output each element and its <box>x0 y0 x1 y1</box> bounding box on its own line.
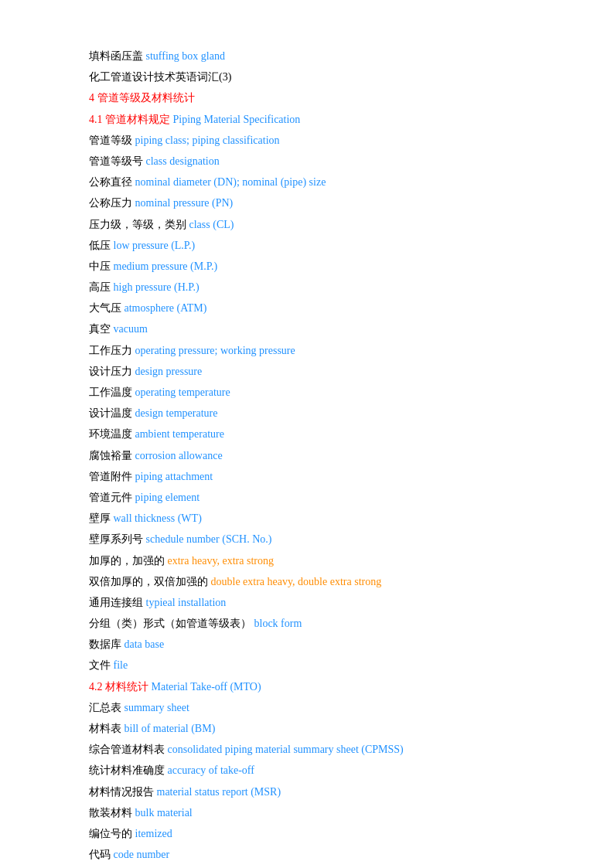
en-text: corrosion allowance <box>135 450 223 461</box>
en-text: Piping Material Specification <box>173 114 301 125</box>
zh-text: 壁厚系列号 <box>89 533 143 545</box>
zh-text: 加厚的，加强的 <box>89 555 165 567</box>
en-text: high pressure (H.P.) <box>114 281 200 293</box>
line-item: 设计压力 design pressure <box>89 362 583 381</box>
en-text: Material Take-off (MTO) <box>152 681 261 693</box>
en-text: ambient temperature <box>135 428 224 440</box>
zh-text: 工作温度 <box>89 386 132 398</box>
en-text: nominal pressure (PN) <box>135 197 234 209</box>
line-item: 化工管道设计技术英语词汇(3) <box>89 67 583 87</box>
line-item: 4 管道等级及材料统计 <box>89 88 583 107</box>
zh-text: 环境温度 <box>89 428 132 440</box>
en-text: block form <box>254 618 302 629</box>
zh-text: 填料函压盖 <box>89 50 143 62</box>
line-item: 数据库 data base <box>89 635 583 654</box>
line-item: 高压 high pressure (H.P.) <box>89 277 583 297</box>
en-text: bulk material <box>135 807 193 819</box>
line-item: 工作压力 operating pressure; working pressur… <box>89 341 583 360</box>
line-item: 压力级，等级，类别 class (CL) <box>89 215 583 234</box>
zh-text: 材料表 <box>89 723 121 734</box>
line-item: 管道等级号 class designation <box>89 151 583 171</box>
line-item: 壁厚系列号 schedule number (SCH. No.) <box>89 529 583 549</box>
en-text: code number <box>114 849 170 860</box>
en-text: piping element <box>135 492 200 503</box>
zh-text: 材料情况报告 <box>89 786 154 798</box>
zh-text: 设计压力 <box>89 366 132 377</box>
line-item: 工作温度 operating temperature <box>89 383 583 402</box>
en-text: itemized <box>135 828 172 839</box>
line-item: 4.1 管道材料规定 Piping Material Specification <box>89 110 583 129</box>
sub-header: 4.1 管道材料规定 <box>89 114 170 125</box>
zh-text: 大气压 <box>89 302 121 314</box>
en-text: typieal installation <box>146 597 227 608</box>
zh-text: 真空 <box>89 323 111 335</box>
line-item: 散装材料 bulk material <box>89 803 583 822</box>
en-text: operating pressure; working pressure <box>135 345 295 356</box>
zh-text: 管道等级号 <box>89 155 143 167</box>
en-text: consolidated piping material summary she… <box>168 744 404 755</box>
zh-text: 统计材料准确度 <box>89 764 165 776</box>
zh-text: 文件 <box>89 659 111 671</box>
zh-text: 汇总表 <box>89 702 121 713</box>
zh-text: 编位号的 <box>89 828 132 839</box>
line-item: 设计温度 design temperature <box>89 403 583 423</box>
en-text: vacuum <box>114 323 148 335</box>
line-item: 大气压 atmosphere (ATM) <box>89 298 583 318</box>
zh-text: 腐蚀裕量 <box>89 450 132 461</box>
line-item: 公称压力 nominal pressure (PN) <box>89 193 583 213</box>
line-item: 中压 medium pressure (M.P.) <box>89 257 583 276</box>
line-item: 真空 vacuum <box>89 319 583 339</box>
line-item: 管道元件 piping element <box>89 488 583 507</box>
zh-text: 高压 <box>89 281 111 293</box>
line-item: 材料表 bill of material (BM) <box>89 719 583 738</box>
en-text: piping class; piping classification <box>135 134 280 146</box>
en-text: wall thickness (WT) <box>114 512 202 524</box>
line-item: 双倍加厚的，双倍加强的 double extra heavy, double e… <box>89 572 583 591</box>
line-item: 腐蚀裕量 corrosion allowance <box>89 446 583 465</box>
en-text: double extra heavy, double extra strong <box>211 576 382 587</box>
zh-text: 压力级，等级，类别 <box>89 219 186 230</box>
zh-text: 管道等级 <box>89 134 132 146</box>
zh-text: 数据库 <box>89 638 121 650</box>
line-item: 公称直径 nominal diameter (DN); nominal (pip… <box>89 172 583 192</box>
en-text: data base <box>125 638 165 650</box>
en-text: design temperature <box>135 407 218 419</box>
en-text: summary sheet <box>125 702 189 713</box>
zh-text: 通用连接组 <box>89 597 143 608</box>
en-text: nominal diameter (DN); nominal (pipe) si… <box>135 176 326 188</box>
en-text: operating temperature <box>135 386 230 398</box>
zh-text: 代码 <box>89 849 111 860</box>
line-item: 汇总表 summary sheet <box>89 698 583 717</box>
en-text: class (CL) <box>189 219 234 230</box>
en-text: stuffing box gland <box>146 50 225 62</box>
zh-text: 公称压力 <box>89 197 132 209</box>
line-item: 统计材料准确度 accuracy of take-off <box>89 761 583 780</box>
zh-text: 管道元件 <box>89 492 132 503</box>
line-item: 加厚的，加强的 extra heavy, extra strong <box>89 551 583 570</box>
en-text: schedule number (SCH. No.) <box>146 533 272 545</box>
en-text: atmosphere (ATM) <box>125 302 207 314</box>
en-text: material status report (MSR) <box>157 786 281 798</box>
en-text: design pressure <box>135 366 203 377</box>
zh-text: 综合管道材料表 <box>89 744 165 755</box>
line-item: 综合管道材料表 consolidated piping material sum… <box>89 740 583 759</box>
line-item: 环境温度 ambient temperature <box>89 424 583 444</box>
zh-text: 低压 <box>89 240 111 251</box>
zh-text: 化工管道设计技术英语词汇(3) <box>89 71 231 83</box>
en-text: file <box>114 659 128 671</box>
zh-text: 管道附件 <box>89 471 132 482</box>
en-text: medium pressure (M.P.) <box>114 260 218 272</box>
line-item: 材料情况报告 material status report (MSR) <box>89 782 583 802</box>
en-text: extra heavy, extra strong <box>168 555 274 567</box>
section-header: 4 管道等级及材料统计 <box>89 92 195 104</box>
line-item: 填料函压盖 stuffing box gland <box>89 46 583 66</box>
en-text: accuracy of take-off <box>168 764 254 776</box>
zh-text: 分组（类）形式（如管道等级表） <box>89 618 251 629</box>
line-item: 4.2 材料统计 Material Take-off (MTO) <box>89 677 583 696</box>
zh-text: 公称直径 <box>89 176 132 188</box>
en-text: bill of material (BM) <box>125 723 216 734</box>
line-item: 管道等级 piping class; piping classification <box>89 131 583 150</box>
en-text: low pressure (L.P.) <box>114 240 196 251</box>
line-item: 通用连接组 typieal installation <box>89 593 583 612</box>
sub-header: 4.2 材料统计 <box>89 681 148 693</box>
